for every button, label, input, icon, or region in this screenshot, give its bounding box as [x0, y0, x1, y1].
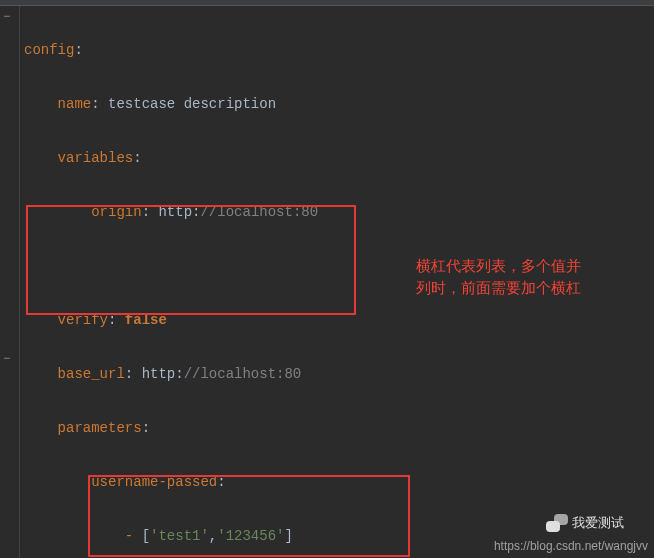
yaml-key: name [58, 96, 92, 112]
annotation-text: 横杠代表列表，多个值并 列时，前面需要加个横杠 [416, 255, 581, 299]
url-watermark: https://blog.csdn.net/wangjvv [494, 539, 648, 553]
yaml-string: '123456' [217, 528, 284, 544]
yaml-bool: false [125, 312, 167, 328]
yaml-key: username-passed [91, 474, 217, 490]
yaml-key: base_url [58, 366, 125, 382]
wechat-icon [546, 514, 568, 532]
yaml-value: testcase description [108, 96, 276, 112]
yaml-key: variables [58, 150, 134, 166]
wechat-watermark: 我爱测试 [546, 514, 624, 532]
yaml-key: parameters [58, 420, 142, 436]
yaml-dash: - [125, 528, 142, 544]
yaml-key: config [24, 42, 74, 58]
yaml-string: 'test1' [150, 528, 209, 544]
yaml-key: origin [91, 204, 141, 220]
yaml-key: verify [58, 312, 108, 328]
